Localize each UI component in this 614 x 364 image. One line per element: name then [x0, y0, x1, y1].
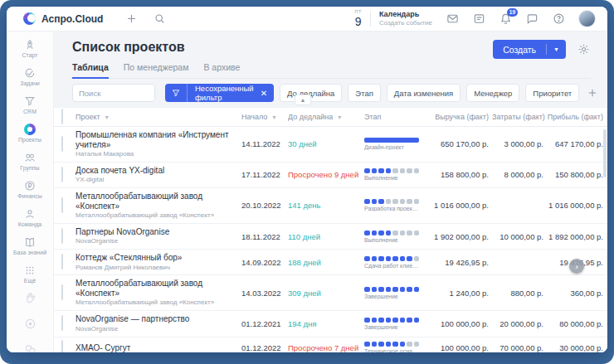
- save-filter-bookmark-icon[interactable]: [606, 85, 607, 100]
- row-checkbox[interactable]: [61, 197, 63, 213]
- groups-icon: [24, 151, 37, 163]
- stage-progress-bar: [364, 199, 419, 204]
- row-checkbox[interactable]: [61, 340, 63, 352]
- project-title[interactable]: Партнеры NovaOrganise: [76, 227, 241, 237]
- sort-direction-pill[interactable]: ▲: [295, 95, 311, 105]
- scroll-columns-right-button[interactable]: ›: [569, 259, 584, 274]
- vertical-scrollbar[interactable]: [603, 129, 607, 177]
- stage-progress-bar: [364, 231, 419, 235]
- user-avatar[interactable]: [578, 10, 596, 27]
- filter-button[interactable]: Приоритет: [525, 84, 579, 102]
- table-row[interactable]: Промышленная компания «Инструмент учител…: [54, 127, 607, 163]
- app-module-icon-1[interactable]: [24, 318, 37, 330]
- tab-по менеджерам[interactable]: По менеджерам: [124, 62, 189, 78]
- column-header[interactable]: До дедлайна ▼: [288, 113, 364, 121]
- project-title[interactable]: Коттедж «Стеклянный бор»: [76, 253, 241, 263]
- costs-fact: 70 000,00 р.: [492, 343, 547, 352]
- start-date: 17.11.2022: [241, 170, 288, 179]
- sidebar: СтартЗадачиCRMПроектыГруппыФинансыКоманд…: [7, 32, 54, 352]
- sidebar-item-crm[interactable]: CRM: [13, 95, 46, 115]
- table-row[interactable]: Доска почета YX-digitalYX-digital17.11.2…: [54, 163, 607, 188]
- sidebar-item-команда[interactable]: Команда: [13, 207, 46, 228]
- row-checkbox[interactable]: [61, 284, 63, 300]
- sort-chevron-icon: ▼: [271, 114, 277, 120]
- main-content: Список проектов ТаблицаПо менеджерамВ ар…: [54, 32, 607, 352]
- active-filter-chip[interactable]: Несохраненный фильтр ✕: [165, 84, 274, 102]
- knowledge-base-icon: [24, 235, 37, 248]
- revenue-fact: 1 902 000,00 р.: [431, 232, 492, 241]
- project-subtitle: NovaOrganise: [76, 326, 241, 333]
- sidebar-item-финансы[interactable]: Финансы: [13, 179, 46, 200]
- add-filter-icon[interactable]: [585, 85, 600, 100]
- costs-fact: 880,00 р.: [492, 289, 547, 298]
- mail-icon[interactable]: [446, 12, 459, 26]
- sidebar-item-label: Финансы: [17, 193, 41, 200]
- search-input[interactable]: [72, 84, 155, 102]
- app-module-icon-2[interactable]: [24, 343, 37, 352]
- column-header[interactable]: Начало ▼: [241, 113, 288, 121]
- tab-таблица[interactable]: Таблица: [72, 62, 109, 79]
- row-checkbox[interactable]: [61, 167, 63, 182]
- table-row[interactable]: ХМАО- Сургут01.12.2022Просрочено 7 днейТ…: [54, 337, 607, 352]
- project-title[interactable]: NovaOrganise — партнерство: [76, 314, 241, 324]
- chat-icon[interactable]: [525, 12, 538, 26]
- row-checkbox[interactable]: [61, 315, 63, 331]
- filter-button[interactable]: Дата изменения: [387, 84, 460, 102]
- profit-fact: 1 892 000,00 р.: [547, 232, 607, 241]
- column-header[interactable]: Проект ▼: [76, 113, 241, 121]
- project-subtitle: Наталья Макарова: [76, 151, 241, 158]
- filter-button[interactable]: Этап: [348, 84, 381, 102]
- stage-progress-bar: [364, 318, 419, 323]
- chevron-down-icon[interactable]: ▼: [547, 46, 566, 52]
- select-all-checkbox[interactable]: [61, 109, 63, 124]
- column-header: Этап: [364, 113, 431, 121]
- projects-table: Проект ▼Начало ▼До дедлайна ▼ЭтапВыручка…: [54, 108, 607, 352]
- sidebar-item-проекты[interactable]: Проекты: [13, 123, 46, 143]
- start-date: 14.09.2022: [241, 258, 288, 267]
- calendar-date-widget[interactable]: ПТ 9: [355, 10, 362, 27]
- notifications-bell-icon[interactable]: 19: [499, 12, 512, 26]
- row-checkbox[interactable]: [61, 228, 63, 244]
- sidebar-item-старт[interactable]: Старт: [13, 38, 46, 59]
- view-tabs: ТаблицаПо менеджерамВ архиве: [72, 62, 591, 79]
- hand-gesture-icon[interactable]: [24, 292, 37, 304]
- brand-name: Аспро.Cloud: [41, 13, 103, 25]
- remove-filter-icon[interactable]: ✕: [258, 89, 274, 98]
- stage-progress-bar: [364, 256, 419, 261]
- tab-в архиве[interactable]: В архиве: [203, 62, 240, 78]
- sidebar-item-label: Старт: [22, 52, 37, 59]
- row-checkbox[interactable]: [61, 136, 63, 152]
- more-grid-icon: [24, 264, 37, 276]
- row-checkbox[interactable]: [61, 254, 63, 269]
- sidebar-item-задачи[interactable]: Задачи: [13, 66, 46, 87]
- project-title[interactable]: ХМАО- Сургут: [76, 343, 241, 352]
- table-row[interactable]: Металлообрабатывающий завод «Конспект»Ме…: [54, 188, 607, 224]
- table-row[interactable]: Металлообрабатывающий завод «Конспект»Ме…: [54, 275, 607, 311]
- project-title[interactable]: Металлообрабатывающий завод «Конспект»: [76, 279, 241, 298]
- sidebar-item-группы[interactable]: Группы: [13, 151, 46, 172]
- project-title[interactable]: Промышленная компания «Инструмент учител…: [76, 130, 241, 149]
- filter-button[interactable]: Менеджер: [466, 84, 519, 102]
- costs-fact: 20 000,00 р.: [492, 319, 547, 328]
- deadline-status: 30 дней: [288, 139, 364, 148]
- calendar-shortcut[interactable]: Календарь Создать событие: [379, 10, 432, 27]
- quick-add-icon[interactable]: [124, 12, 138, 26]
- start-date: 14.11.2022: [241, 139, 288, 148]
- sidebar-item-label: Задачи: [20, 80, 40, 87]
- create-button[interactable]: Создать ▼: [493, 40, 566, 59]
- notes-icon[interactable]: [472, 12, 485, 26]
- profit-fact: 80 000,00 р.: [547, 319, 607, 328]
- page-settings-gear-icon[interactable]: [576, 42, 591, 57]
- deadline-status: Просрочено 9 дней: [288, 170, 364, 179]
- project-title[interactable]: Доска почета YX-digital: [76, 166, 241, 176]
- sidebar-item-база знаний[interactable]: База знаний: [13, 235, 46, 256]
- table-row[interactable]: NovaOrganise — партнерствоNovaOrganise01…: [54, 311, 607, 337]
- search-icon[interactable]: [153, 12, 166, 26]
- sidebar-item-ещё[interactable]: Ещё: [13, 264, 46, 284]
- brand[interactable]: Аспро.Cloud: [23, 12, 103, 25]
- project-title[interactable]: Металлообрабатывающий завод «Конспект»: [76, 192, 241, 211]
- table-row[interactable]: Коттедж «Стеклянный бор»Романов Дмитрий …: [54, 250, 607, 275]
- help-icon[interactable]: [552, 12, 565, 26]
- profit-fact: 150 800,00 р.: [547, 170, 607, 179]
- table-row[interactable]: Партнеры NovaOrganiseNovaOrganise18.11.2…: [54, 224, 607, 250]
